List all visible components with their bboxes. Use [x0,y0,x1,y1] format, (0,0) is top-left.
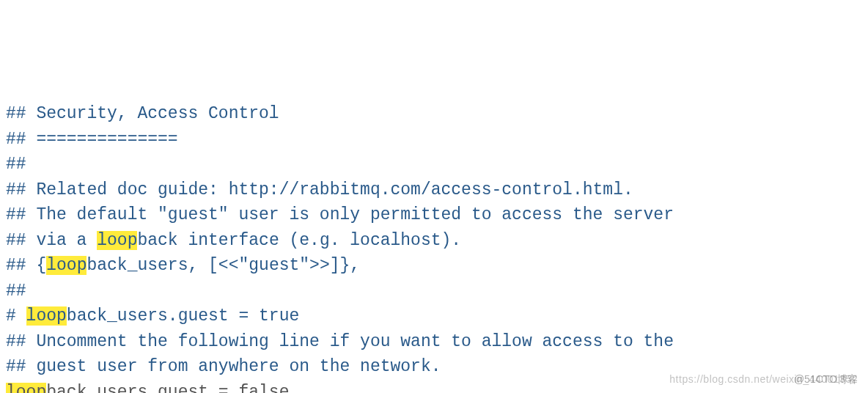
comment-line-7: ## The default "guest" user is only perm… [6,202,862,228]
comment-line-5: ## Related doc guide: http://rabbitmq.co… [6,177,862,203]
comment-line-1: ## Security, Access Control [6,101,862,127]
comment-line-9: ## {loopback_users, [<<"guest">>]}, [6,253,862,279]
comment-line-2: ## ============== [6,127,862,153]
comment-line-10: ## [6,279,862,304]
highlight-loop-4: loop [6,383,46,394]
line9-pre: ## { [6,256,46,275]
line9-post: back_users, [<<"guest">>]}, [87,256,360,275]
line11-post: back_users.guest = true [67,306,299,326]
comment-line-13: ## Uncomment the following line if you w… [6,329,862,355]
comment-line-3: ## [6,152,862,177]
highlight-loop-2: loop [46,256,87,275]
line8-pre: ## via a [6,231,97,250]
line8-post: back interface (e.g. localhost). [137,231,461,250]
comment-line-8: ## via a loopback interface (e.g. localh… [6,228,862,254]
comment-line-11: # loopback_users.guest = true [6,304,862,329]
highlight-loop-1: loop [97,231,137,250]
highlight-loop-3: loop [26,306,67,326]
watermark-51cto: @51CTO博客 [794,372,858,387]
line11-pre: # [6,306,26,326]
line15-post: back_users.guest = false [46,383,289,394]
